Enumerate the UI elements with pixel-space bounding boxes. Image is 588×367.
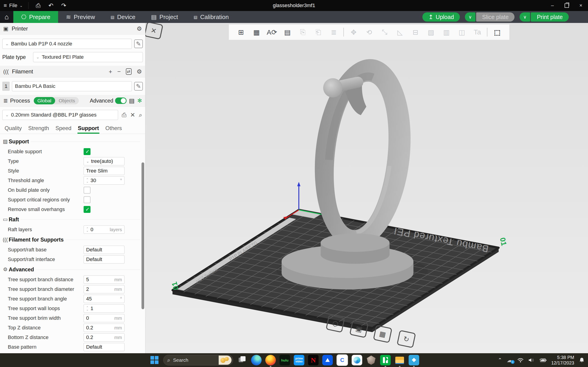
spinner-arrows-icon[interactable]: ⌃⌄ bbox=[86, 307, 89, 311]
setting-input[interactable]: Default bbox=[84, 246, 124, 254]
plate-type-select[interactable]: ⌄ Textured PEI Plate bbox=[33, 52, 143, 62]
scene-canvas[interactable]: P1P PLA/PETG HOT Surface Bambu Textured … bbox=[145, 23, 588, 353]
setting-checkbox[interactable] bbox=[84, 187, 90, 194]
paramount-icon[interactable]: ⛰ bbox=[322, 355, 333, 365]
slice-dropdown-button[interactable]: ∨ bbox=[465, 12, 476, 22]
assembly-icon[interactable]: ⬚ bbox=[492, 28, 503, 36]
setting-input[interactable]: 0.2 mm bbox=[84, 324, 124, 332]
setting-input[interactable]: ⌃⌄ 0 layers bbox=[84, 225, 124, 234]
toolbar-divider[interactable] bbox=[343, 28, 344, 36]
printer-select[interactable]: ⌄ Bambu Lab P1P 0.4 nozzle bbox=[2, 39, 132, 49]
hulu-icon[interactable]: hulu bbox=[279, 355, 290, 365]
prime-video-icon[interactable]: prime video bbox=[294, 355, 304, 365]
process-tab[interactable]: Speed bbox=[52, 123, 74, 134]
arrange-icon[interactable]: ▤ bbox=[282, 28, 293, 36]
setting-input[interactable]: 2 mm bbox=[84, 285, 124, 293]
add-plate-icon[interactable]: ▦ bbox=[251, 28, 262, 36]
setting-checkbox[interactable] bbox=[84, 206, 90, 213]
setting-input[interactable]: Default bbox=[84, 255, 124, 264]
setting-input[interactable]: 5 mm bbox=[84, 275, 124, 284]
viewport-3d[interactable]: P1P PLA/PETG HOT Surface Bambu Textured … bbox=[145, 23, 588, 353]
home-button[interactable]: ⌂ bbox=[0, 11, 13, 23]
minimize-button[interactable]: – bbox=[545, 0, 560, 11]
edit-printer-button[interactable]: ✎ bbox=[134, 40, 143, 48]
spinner-arrows-icon[interactable]: ⌃⌄ bbox=[86, 227, 89, 232]
auto-orient-icon[interactable]: A⟳ bbox=[266, 28, 278, 36]
close-button[interactable]: × bbox=[574, 0, 588, 11]
nav-tab[interactable]: ⎔ Prepare bbox=[13, 11, 58, 23]
scale-icon[interactable]: ⤡ bbox=[379, 28, 390, 36]
edge-icon[interactable] bbox=[251, 355, 262, 365]
scrollbar-thumb[interactable] bbox=[141, 162, 144, 309]
support-paint-icon[interactable]: ▥ bbox=[441, 28, 452, 36]
parameter-list-icon[interactable]: ▤ bbox=[129, 97, 135, 104]
scope-global[interactable]: Global bbox=[34, 97, 55, 104]
slice-plate-button[interactable]: Slice plate bbox=[476, 12, 515, 22]
scope-objects[interactable]: Objects bbox=[55, 97, 79, 104]
sidebar-scrollbar[interactable] bbox=[141, 140, 145, 353]
layer-list-icon[interactable]: ≣ bbox=[328, 28, 339, 36]
filament-select[interactable]: Bambu PLA Basic bbox=[12, 81, 132, 91]
nav-tab[interactable]: ▤ Project bbox=[143, 11, 186, 23]
netflix-icon[interactable]: N bbox=[308, 355, 319, 365]
c-shield-app-icon[interactable]: C bbox=[337, 354, 348, 366]
paste-icon[interactable]: ⎗ bbox=[313, 28, 324, 36]
printer-settings-gear-icon[interactable]: ⚙ bbox=[137, 26, 142, 32]
model-glasses-holder[interactable] bbox=[276, 54, 428, 290]
nav-tab[interactable]: ⧈ Device bbox=[103, 11, 143, 23]
reset-preset-icon[interactable]: ✕ bbox=[130, 111, 135, 119]
upload-button[interactable]: ↥ Upload bbox=[422, 12, 460, 22]
setting-checkbox[interactable] bbox=[84, 148, 90, 155]
firefox-icon[interactable] bbox=[265, 355, 276, 365]
mesh-boolean-icon[interactable]: ◫ bbox=[456, 28, 468, 36]
variable-layer-icon[interactable]: ▧ bbox=[425, 28, 437, 36]
lay-on-face-icon[interactable]: ◺ bbox=[394, 28, 406, 36]
process-tab[interactable]: Quality bbox=[1, 123, 25, 134]
remove-filament-button[interactable]: − bbox=[117, 69, 121, 75]
setting-checkbox[interactable] bbox=[84, 196, 90, 203]
volume-icon[interactable] bbox=[528, 358, 534, 363]
text-tool-icon[interactable]: Ta bbox=[472, 28, 483, 36]
file-explorer-icon[interactable] bbox=[394, 355, 405, 365]
process-tab[interactable]: Others bbox=[102, 123, 125, 134]
setting-input[interactable]: ⌃⌄ 30 ° bbox=[84, 176, 124, 185]
bambu-handy-icon[interactable]: ❖ bbox=[409, 355, 419, 365]
save-button[interactable]: ⎙ bbox=[34, 2, 43, 9]
filament-settings-gear-icon[interactable]: ⚙ bbox=[137, 69, 142, 75]
search-input[interactable]: ⌕ Search bbox=[163, 355, 233, 365]
clock[interactable]: 5:38 PM 12/17/2023 bbox=[551, 355, 574, 366]
edit-filament-button[interactable]: ✎ bbox=[134, 82, 143, 91]
onedrive-icon[interactable]: ☁i bbox=[507, 357, 513, 364]
undo-button[interactable]: ↶ bbox=[47, 2, 55, 9]
bambu-studio-icon[interactable] bbox=[380, 355, 391, 365]
task-view-icon[interactable] bbox=[237, 355, 247, 365]
gem-app-icon[interactable] bbox=[366, 355, 376, 365]
print-dropdown-button[interactable]: ∨ bbox=[519, 12, 530, 22]
ams-sync-icon[interactable]: ⇄ bbox=[126, 68, 132, 75]
process-preset-select[interactable]: ⌄ 0.20mm Standard @BBL P1P glasses bbox=[2, 110, 118, 120]
filament-slot-chip[interactable]: 1 bbox=[2, 82, 10, 91]
add-filament-button[interactable]: + bbox=[109, 69, 112, 75]
process-tab[interactable]: Strength bbox=[25, 123, 52, 134]
split-icon[interactable]: ⊟ bbox=[410, 28, 421, 36]
toolbar-divider[interactable] bbox=[487, 28, 487, 36]
add-model-icon[interactable]: ⊞ bbox=[235, 28, 247, 36]
process-tab[interactable]: Support bbox=[75, 123, 102, 134]
setting-input[interactable]: ⌄ tree(auto) bbox=[84, 157, 124, 165]
move-icon[interactable]: ✥ bbox=[348, 28, 359, 36]
restore-button[interactable] bbox=[560, 0, 574, 11]
setting-input[interactable]: Tree Slim bbox=[84, 167, 124, 175]
print-plate-button[interactable]: Print plate bbox=[531, 12, 569, 22]
nav-tab[interactable]: ≋ Preview bbox=[58, 11, 103, 23]
wifi-icon[interactable] bbox=[517, 358, 524, 363]
advanced-toggle[interactable] bbox=[115, 98, 127, 104]
nav-tab[interactable]: ⧈ Calibration bbox=[186, 11, 237, 23]
process-scope-toggle[interactable]: Global Objects bbox=[34, 97, 79, 104]
search-settings-icon[interactable]: ⌕ bbox=[139, 111, 142, 119]
setting-input[interactable]: 0 mm bbox=[84, 314, 124, 322]
blue-swirl-app-icon[interactable] bbox=[352, 355, 362, 365]
save-preset-icon[interactable]: ⎙ bbox=[122, 111, 127, 119]
tray-chevron-icon[interactable]: ⌃ bbox=[498, 357, 502, 363]
setting-input[interactable]: ⌃⌄ 1 bbox=[84, 304, 124, 313]
setting-input[interactable]: 0.2 mm bbox=[84, 333, 124, 342]
